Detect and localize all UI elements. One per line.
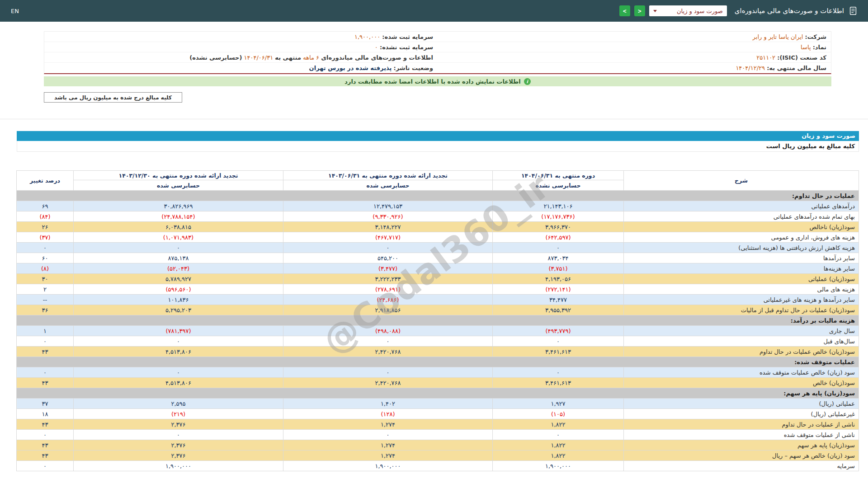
prior-period-value: ۱,۲۷۴ bbox=[283, 419, 493, 430]
publisher-status-label: وضعیت ناشر: bbox=[394, 65, 433, 71]
table-row: هزینه های فروش، اداری و عمومی(۶۴۲,۵۹۷)(۴… bbox=[17, 232, 859, 243]
current-period-value: ۱,۹۰۰,۰۰۰ bbox=[493, 461, 624, 471]
current-period-value: ۳۴,۴۷۷ bbox=[493, 295, 624, 305]
change-percent-value: ۴۳ bbox=[17, 440, 74, 450]
table-row: سود (زیان) خالص هر سهم – ریال۱,۸۲۲۱,۲۷۴۲… bbox=[17, 450, 859, 461]
symbol-value: پاسا bbox=[801, 44, 811, 51]
annual-period-value: ۶,۰۳۸,۸۱۵ bbox=[74, 222, 283, 232]
annual-period-value: ۲,۳۷۶ bbox=[74, 440, 283, 450]
change-percent-value: ۱۸ bbox=[17, 409, 74, 419]
table-row: سایر هزینه‌ها(۳,۷۵۱)(۳,۴۷۷)(۵۲,۰۴۳)(۸) bbox=[17, 263, 859, 274]
table-row: سود(زیان) عملیات در حال تداوم قبل از مال… bbox=[17, 305, 859, 315]
row-label: سود(زیان) ناخالص bbox=[624, 222, 859, 232]
section-row: عملیات متوقف شده: bbox=[17, 357, 859, 367]
signed-data-banner-text: اطلاعات نمایش داده شده با اطلاعات امضا ش… bbox=[344, 78, 521, 85]
prior-period-value: ۰ bbox=[283, 243, 493, 253]
annual-period-value: (۲۱۹) bbox=[74, 409, 283, 419]
annual-period-value: (۵۹۶,۵۶۰) bbox=[74, 284, 283, 295]
current-period-value: ۲۱,۱۴۳,۱۰۶ bbox=[493, 201, 624, 211]
table-row: سود(زیان) خالص عملیات در حال تداوم۳,۴۶۱,… bbox=[17, 347, 859, 357]
table-row: سود(زیان) ناخالص۳,۹۶۶,۳۷۰۳,۱۴۸,۲۲۷۶,۰۳۸,… bbox=[17, 222, 859, 232]
current-period-value: (۴۹۳,۷۷۹) bbox=[493, 326, 624, 336]
company-info-panel: شرکت: ایران یاسا تایر و رابر سرمایه ثبت … bbox=[44, 31, 831, 74]
table-row: هزینه کاهش ارزش دریافتنی ها (هزینه استثن… bbox=[17, 243, 859, 253]
current-period-value: ۴,۱۹۳,۰۵۶ bbox=[493, 274, 624, 284]
change-percent-value: ۳۰ bbox=[17, 274, 74, 284]
period-label: اطلاعات و صورت‌های مالی میاندوره‌ای bbox=[321, 54, 433, 61]
table-row: سود(زیان) پایه هر سهم۱,۸۲۲۱,۲۷۴۲,۳۷۶۴۳ bbox=[17, 440, 859, 450]
change-percent-value: (۳۷) bbox=[17, 232, 74, 243]
fiscal-year-field: سال مالی منتهی به: ۱۴۰۴/۱۲/۲۹ bbox=[438, 65, 831, 71]
change-percent-value: (۸) bbox=[17, 263, 74, 274]
change-percent-value: ۰ bbox=[17, 336, 74, 347]
table-row: درآمدهای عملیاتی۲۱,۱۴۳,۱۰۶۱۲,۴۷۹,۱۵۳۳۰,۸… bbox=[17, 201, 859, 211]
section-label: عملیات متوقف شده: bbox=[17, 357, 859, 367]
current-period-value: ۸۷۳,۰۳۴ bbox=[493, 253, 624, 263]
info-row: شرکت: ایران یاسا تایر و رابر سرمایه ثبت … bbox=[44, 32, 831, 42]
isic-value: ۲۵۱۱۰۲ bbox=[756, 54, 775, 61]
table-row: سال جاری(۴۹۳,۷۷۹)(۴۹۸,۰۸۸)(۷۸۱,۳۹۷)۱ bbox=[17, 326, 859, 336]
page: { "colors": { "topbar": "#2F4D55", "acce… bbox=[0, 0, 868, 488]
financial-report-icon bbox=[848, 6, 858, 16]
col-header-current-period: دوره منتهی به ۱۴۰۴/۰۶/۳۱ bbox=[493, 171, 624, 180]
annual-period-value: ۰ bbox=[74, 367, 283, 378]
company-value: ایران یاسا تایر و رابر bbox=[753, 33, 803, 40]
row-label: بهای تمام شده درآمدهای عملیاتی bbox=[624, 211, 859, 222]
registered-capital-value: ۱,۹۰۰,۰۰۰ bbox=[354, 33, 380, 40]
annual-period-value: ۵,۲۹۵,۲۰۳ bbox=[74, 305, 283, 315]
row-label: درآمدهای عملیاتی bbox=[624, 201, 859, 211]
prior-period-value: ۰ bbox=[283, 336, 493, 347]
current-period-value: ۱,۹۲۷ bbox=[493, 399, 624, 409]
prior-period-value: ۳,۲۲۲,۲۳۳ bbox=[283, 274, 493, 284]
table-row: سود(زیان) عملیاتی۴,۱۹۳,۰۵۶۳,۲۲۲,۲۳۳۵,۷۸۹… bbox=[17, 274, 859, 284]
prior-period-value: (۳,۴۷۷) bbox=[283, 263, 493, 274]
annual-period-value: ۴,۵۱۳,۸۰۶ bbox=[74, 347, 283, 357]
previous-statement-button[interactable]: < bbox=[619, 5, 630, 16]
table-row: سرمایه۱,۹۰۰,۰۰۰۱,۹۰۰,۰۰۰۱,۹۰۰,۰۰۰۰ bbox=[17, 461, 859, 471]
annual-period-value: ۴,۵۱۳,۸۰۶ bbox=[74, 378, 283, 388]
row-label: ناشی از عملیات در حال تداوم bbox=[624, 419, 859, 430]
statement-type-dropdown[interactable]: صورت سود و زیان bbox=[649, 5, 727, 16]
registered-capital-label: سرمایه ثبت شده: bbox=[382, 33, 433, 40]
annual-period-value: ۰ bbox=[74, 336, 283, 347]
annual-period-value: (۵۲,۰۴۳) bbox=[74, 263, 283, 274]
chevron-down-icon bbox=[653, 10, 657, 12]
section-label: عملیات در حال تداوم: bbox=[17, 191, 859, 201]
million-rial-note-text: کلیه مبالغ درج شده به میلیون ریال می باش… bbox=[54, 94, 172, 101]
row-label: سود(زیان) عملیات در حال تداوم قبل از مال… bbox=[624, 305, 859, 315]
top-navigation-bar: اطلاعات و صورت‌های مالی میاندوره‌ای صورت… bbox=[0, 0, 868, 22]
fiscal-year-label: سال مالی منتهی به: bbox=[767, 65, 826, 71]
change-percent-value: ۲ bbox=[17, 284, 74, 295]
period-duration: ۶ ماهه bbox=[303, 54, 319, 61]
row-label: سال جاری bbox=[624, 326, 859, 336]
info-row: نماد: پاسا سرمایه ثبت نشده: ۰ bbox=[44, 42, 831, 52]
current-period-value: ۰ bbox=[493, 336, 624, 347]
chevron-left-icon: < bbox=[623, 8, 627, 14]
current-period-value: ۳,۹۶۶,۳۷۰ bbox=[493, 222, 624, 232]
row-label: سرمایه bbox=[624, 461, 859, 471]
section-row: سود(زیان) پایه هر سهم: bbox=[17, 388, 859, 399]
fiscal-year-value: ۱۴۰۴/۱۲/۲۹ bbox=[736, 65, 765, 71]
annual-period-value: ۲,۵۹۵ bbox=[74, 399, 283, 409]
prior-period-value: (۴۶۷,۷۱۷) bbox=[283, 232, 493, 243]
chevron-right-icon: > bbox=[638, 8, 642, 14]
symbol-label: نماد: bbox=[813, 44, 826, 51]
row-label: سایر درآمدها و هزینه های غیرعملیاتی bbox=[624, 295, 859, 305]
unregistered-capital-field: سرمایه ثبت نشده: ۰ bbox=[44, 44, 438, 51]
section-label: هزینه مالیات بر درآمد: bbox=[17, 315, 859, 326]
current-period-value: ۱,۸۲۲ bbox=[493, 450, 624, 461]
prior-period-value: ۰ bbox=[283, 367, 493, 378]
row-label: سال‌های قبل bbox=[624, 336, 859, 347]
prior-period-value: (۱۲۸) bbox=[283, 409, 493, 419]
table-body: عملیات در حال تداوم:درآمدهای عملیاتی۲۱,۱… bbox=[17, 191, 859, 471]
current-period-value: (۱۰۵) bbox=[493, 409, 624, 419]
table-header: شرح دوره منتهی به ۱۴۰۴/۰۶/۳۱ تجدید ارائه… bbox=[17, 171, 859, 191]
table-row: سود(زیان) خالص۳,۴۶۱,۶۱۳۲,۴۲۰,۷۶۸۴,۵۱۳,۸۰… bbox=[17, 378, 859, 388]
table-row: سال‌های قبل۰۰۰۰ bbox=[17, 336, 859, 347]
next-statement-button[interactable]: > bbox=[634, 5, 645, 16]
language-switch-en[interactable]: EN bbox=[11, 8, 19, 14]
col-header-annual-period: تجدید ارائه شده دوره منتهی به ۱۴۰۳/۱۲/۳۰ bbox=[74, 171, 283, 180]
row-label: هزینه های مالی bbox=[624, 284, 859, 295]
unregistered-capital-label: سرمایه ثبت نشده: bbox=[380, 44, 433, 51]
annual-period-value: (۷۸۱,۳۹۷) bbox=[74, 326, 283, 336]
